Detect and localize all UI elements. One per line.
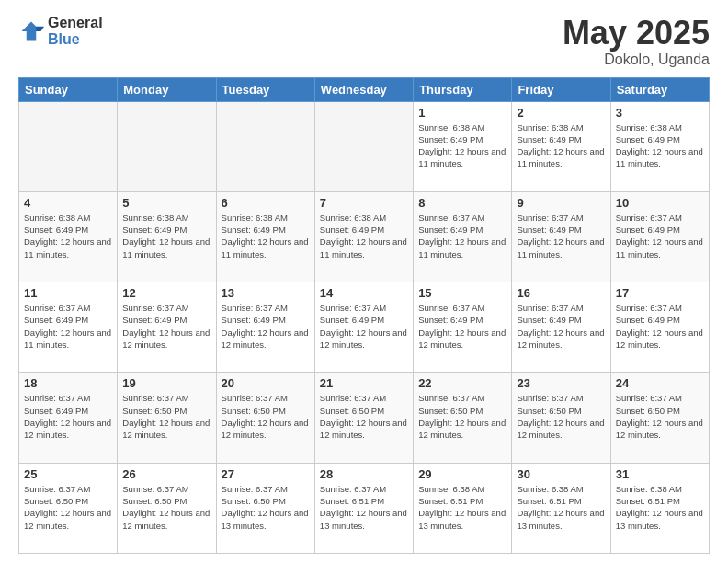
calendar-cell: 25Sunrise: 6:37 AM Sunset: 6:50 PM Dayli… — [19, 463, 118, 553]
day-info: Sunrise: 6:38 AM Sunset: 6:49 PM Dayligh… — [122, 212, 210, 260]
calendar-cell: 19Sunrise: 6:37 AM Sunset: 6:50 PM Dayli… — [118, 373, 216, 463]
day-info: Sunrise: 6:37 AM Sunset: 6:50 PM Dayligh… — [24, 483, 112, 532]
calendar-cell: 14Sunrise: 6:37 AM Sunset: 6:49 PM Dayli… — [314, 282, 413, 373]
day-info: Sunrise: 6:38 AM Sunset: 6:49 PM Dayligh… — [616, 121, 704, 170]
calendar-cell: 21Sunrise: 6:37 AM Sunset: 6:50 PM Dayli… — [314, 373, 413, 463]
day-info: Sunrise: 6:37 AM Sunset: 6:49 PM Dayligh… — [24, 302, 112, 350]
day-number: 13 — [222, 286, 310, 300]
day-number: 7 — [320, 196, 408, 210]
calendar-cell: 15Sunrise: 6:37 AM Sunset: 6:49 PM Dayli… — [414, 282, 512, 373]
day-info: Sunrise: 6:38 AM Sunset: 6:49 PM Dayligh… — [222, 212, 310, 260]
day-number: 23 — [517, 376, 605, 390]
day-number: 12 — [122, 286, 210, 300]
day-info: Sunrise: 6:37 AM Sunset: 6:49 PM Dayligh… — [418, 302, 506, 350]
day-info: Sunrise: 6:37 AM Sunset: 6:50 PM Dayligh… — [418, 392, 506, 441]
day-number: 20 — [222, 376, 310, 390]
calendar-cell: 7Sunrise: 6:38 AM Sunset: 6:49 PM Daylig… — [314, 191, 413, 282]
calendar-cell: 11Sunrise: 6:37 AM Sunset: 6:49 PM Dayli… — [19, 282, 118, 373]
calendar-cell: 6Sunrise: 6:38 AM Sunset: 6:49 PM Daylig… — [216, 191, 314, 282]
day-number: 17 — [616, 286, 704, 300]
calendar-cell: 8Sunrise: 6:37 AM Sunset: 6:49 PM Daylig… — [414, 191, 512, 282]
calendar-cell: 4Sunrise: 6:38 AM Sunset: 6:49 PM Daylig… — [19, 191, 118, 282]
day-info: Sunrise: 6:37 AM Sunset: 6:49 PM Dayligh… — [122, 302, 210, 350]
day-info: Sunrise: 6:37 AM Sunset: 6:50 PM Dayligh… — [222, 392, 310, 441]
day-info: Sunrise: 6:37 AM Sunset: 6:50 PM Dayligh… — [222, 483, 310, 532]
calendar-cell: 30Sunrise: 6:38 AM Sunset: 6:51 PM Dayli… — [512, 463, 610, 553]
day-number: 30 — [517, 467, 605, 481]
svg-marker-1 — [36, 26, 44, 30]
calendar-cell: 18Sunrise: 6:37 AM Sunset: 6:49 PM Dayli… — [19, 373, 118, 463]
day-info: Sunrise: 6:37 AM Sunset: 6:49 PM Dayligh… — [616, 302, 704, 350]
day-number: 26 — [122, 467, 210, 481]
day-number: 8 — [418, 196, 506, 210]
day-number: 11 — [24, 286, 112, 300]
day-header-tuesday: Tuesday — [216, 77, 314, 101]
logo: General Blue — [18, 15, 103, 47]
day-number: 28 — [320, 467, 408, 481]
calendar-cell: 28Sunrise: 6:37 AM Sunset: 6:51 PM Dayli… — [314, 463, 413, 553]
calendar-cell: 22Sunrise: 6:37 AM Sunset: 6:50 PM Dayli… — [414, 373, 512, 463]
day-info: Sunrise: 6:37 AM Sunset: 6:51 PM Dayligh… — [320, 483, 408, 532]
calendar-page: General Blue May 2025 Dokolo, Uganda Sun… — [0, 0, 728, 563]
calendar-cell: 20Sunrise: 6:37 AM Sunset: 6:50 PM Dayli… — [216, 373, 314, 463]
header: General Blue May 2025 Dokolo, Uganda — [18, 15, 710, 68]
calendar-cell: 27Sunrise: 6:37 AM Sunset: 6:50 PM Dayli… — [216, 463, 314, 553]
day-info: Sunrise: 6:37 AM Sunset: 6:49 PM Dayligh… — [222, 302, 310, 350]
calendar-cell: 17Sunrise: 6:37 AM Sunset: 6:49 PM Dayli… — [610, 282, 709, 373]
day-number: 10 — [616, 196, 704, 210]
day-number: 14 — [320, 286, 408, 300]
calendar-table: SundayMondayTuesdayWednesdayThursdayFrid… — [18, 77, 710, 554]
calendar-cell — [314, 101, 413, 191]
calendar-cell: 31Sunrise: 6:38 AM Sunset: 6:51 PM Dayli… — [610, 463, 709, 553]
day-number: 6 — [222, 196, 310, 210]
day-number: 16 — [517, 286, 605, 300]
calendar-week-row: 25Sunrise: 6:37 AM Sunset: 6:50 PM Dayli… — [19, 463, 710, 553]
day-info: Sunrise: 6:38 AM Sunset: 6:49 PM Dayligh… — [418, 121, 506, 170]
calendar-cell — [118, 101, 216, 191]
calendar-cell: 12Sunrise: 6:37 AM Sunset: 6:49 PM Dayli… — [118, 282, 216, 373]
calendar-cell — [216, 101, 314, 191]
day-info: Sunrise: 6:37 AM Sunset: 6:49 PM Dayligh… — [517, 212, 605, 260]
day-number: 27 — [222, 467, 310, 481]
day-number: 21 — [320, 376, 408, 390]
day-info: Sunrise: 6:37 AM Sunset: 6:50 PM Dayligh… — [616, 392, 704, 441]
calendar-week-row: 11Sunrise: 6:37 AM Sunset: 6:49 PM Dayli… — [19, 282, 710, 373]
calendar-cell: 23Sunrise: 6:37 AM Sunset: 6:50 PM Dayli… — [512, 373, 610, 463]
day-number: 2 — [517, 106, 605, 120]
day-number: 15 — [418, 286, 506, 300]
day-number: 9 — [517, 196, 605, 210]
day-info: Sunrise: 6:37 AM Sunset: 6:49 PM Dayligh… — [24, 392, 112, 441]
logo-general: General — [48, 15, 103, 31]
day-number: 3 — [616, 106, 704, 120]
calendar-week-row: 1Sunrise: 6:38 AM Sunset: 6:49 PM Daylig… — [19, 101, 710, 191]
day-number: 5 — [122, 196, 210, 210]
day-number: 4 — [24, 196, 112, 210]
calendar-week-row: 18Sunrise: 6:37 AM Sunset: 6:49 PM Dayli… — [19, 373, 710, 463]
logo-icon — [18, 18, 44, 44]
title-location: Dokolo, Uganda — [563, 52, 710, 68]
day-info: Sunrise: 6:37 AM Sunset: 6:50 PM Dayligh… — [122, 392, 210, 441]
day-number: 22 — [418, 376, 506, 390]
day-header-sunday: Sunday — [19, 77, 118, 101]
day-number: 31 — [616, 467, 704, 481]
day-number: 1 — [418, 106, 506, 120]
day-info: Sunrise: 6:37 AM Sunset: 6:50 PM Dayligh… — [122, 483, 210, 532]
calendar-cell — [19, 101, 118, 191]
calendar-cell: 5Sunrise: 6:38 AM Sunset: 6:49 PM Daylig… — [118, 191, 216, 282]
calendar-header-row: SundayMondayTuesdayWednesdayThursdayFrid… — [19, 77, 710, 101]
day-number: 18 — [24, 376, 112, 390]
calendar-cell: 10Sunrise: 6:37 AM Sunset: 6:49 PM Dayli… — [610, 191, 709, 282]
day-info: Sunrise: 6:37 AM Sunset: 6:49 PM Dayligh… — [418, 212, 506, 260]
logo-text: General Blue — [48, 15, 103, 47]
day-info: Sunrise: 6:38 AM Sunset: 6:51 PM Dayligh… — [517, 483, 605, 532]
calendar-week-row: 4Sunrise: 6:38 AM Sunset: 6:49 PM Daylig… — [19, 191, 710, 282]
calendar-cell: 1Sunrise: 6:38 AM Sunset: 6:49 PM Daylig… — [414, 101, 512, 191]
day-info: Sunrise: 6:37 AM Sunset: 6:49 PM Dayligh… — [517, 302, 605, 350]
day-header-thursday: Thursday — [414, 77, 512, 101]
day-info: Sunrise: 6:38 AM Sunset: 6:51 PM Dayligh… — [616, 483, 704, 532]
calendar-cell: 29Sunrise: 6:38 AM Sunset: 6:51 PM Dayli… — [414, 463, 512, 553]
title-month: May 2025 — [563, 15, 710, 52]
calendar-cell: 13Sunrise: 6:37 AM Sunset: 6:49 PM Dayli… — [216, 282, 314, 373]
logo-blue: Blue — [48, 31, 103, 48]
day-number: 19 — [122, 376, 210, 390]
